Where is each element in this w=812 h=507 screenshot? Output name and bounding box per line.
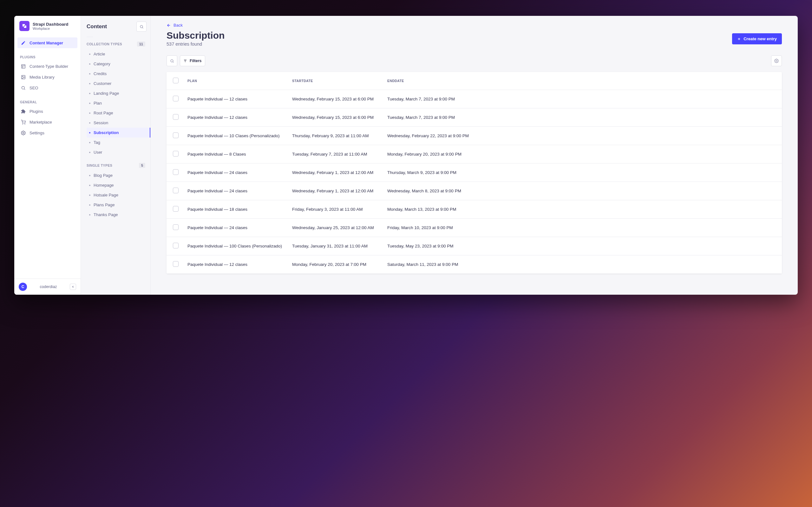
nav-label: SEO [30,86,38,90]
table-row[interactable]: Paquete Individual — 8 ClasesTuesday, Fe… [166,145,782,164]
table-settings-button[interactable] [771,55,782,66]
row-checkbox[interactable] [173,206,179,212]
create-entry-button[interactable]: Create new entry [732,33,782,44]
main-sidebar: Strapi Dashboard Workplace Content Manag… [14,16,81,295]
type-item-label: Blog Page [94,173,113,178]
collection-type-item[interactable]: Plan [87,98,147,108]
type-item-label: Category [94,61,110,66]
table-row[interactable]: Paquete Individual — 18 clasesFriday, Fe… [166,200,782,219]
svg-point-5 [22,76,23,77]
row-checkbox[interactable] [173,224,179,230]
type-item-label: User [94,150,102,155]
column-enddate[interactable]: ENDDATE [383,72,782,90]
collection-types-list: ArticleCategoryCreditsCustomerLanding Pa… [87,49,147,157]
row-checkbox[interactable] [173,261,179,267]
cell-startdate: Tuesday, February 7, 2023 at 11:00 AM [288,145,383,164]
bullet-icon [89,54,90,55]
collection-type-item[interactable]: User [87,147,147,157]
collection-type-item[interactable]: Credits [87,69,147,78]
nav-marketplace[interactable]: Marketplace [17,117,78,127]
avatar[interactable]: C [19,283,27,291]
table-row[interactable]: Paquete Individual — 24 clasesWednesday,… [166,164,782,182]
row-checkbox[interactable] [173,243,179,248]
collapse-sidebar-button[interactable] [70,284,76,290]
nav-content-type-builder[interactable]: Content-Type Builder [17,61,78,72]
bullet-icon [89,103,90,104]
entries-count: 537 entries found [166,42,224,47]
row-checkbox[interactable] [173,187,179,193]
gear-icon [20,130,26,135]
single-type-item[interactable]: Blog Page [87,170,147,180]
single-type-item[interactable]: Plans Page [87,200,147,210]
single-type-item[interactable]: Thanks Page [87,210,147,220]
cell-startdate: Wednesday, January 25, 2023 at 12:00 AM [288,219,383,237]
collection-type-item[interactable]: Category [87,59,147,69]
collection-type-item[interactable]: Customer [87,78,147,89]
nav-seo[interactable]: SEO [17,82,78,93]
row-checkbox[interactable] [173,96,179,101]
cell-plan: Paquete Individual — 24 clases [183,164,288,182]
nav-label: Media Library [30,75,55,79]
table-row[interactable]: Paquete Individual — 10 Clases (Personal… [166,127,782,145]
type-item-label: Tag [94,140,100,145]
type-item-label: Customer [94,81,111,86]
cell-plan: Paquete Individual — 12 clases [183,108,288,127]
column-plan[interactable]: PLAN [183,72,288,90]
cell-plan: Paquete Individual — 24 clases [183,219,288,237]
single-types-label: SINGLE TYPES [87,164,112,167]
nav-label: Content-Type Builder [30,64,68,69]
bullet-icon [89,152,90,153]
cell-startdate: Thursday, February 9, 2023 at 11:00 AM [288,127,383,145]
bullet-icon [89,194,90,196]
bullet-icon [89,83,90,84]
back-label: Back [173,23,183,27]
bullet-icon [89,122,90,124]
content-panel-title: Content [87,23,107,30]
table-row[interactable]: Paquete Individual — 24 clasesWednesday,… [166,219,782,237]
filters-button[interactable]: Filters [180,55,205,66]
collection-types-count: 11 [137,42,145,47]
collection-type-item[interactable]: Subscription [87,128,150,137]
single-type-item[interactable]: Homepage [87,180,147,190]
collection-type-item[interactable]: Landing Page [87,89,147,98]
nav-content-manager[interactable]: Content Manager [17,38,78,48]
table-row[interactable]: Paquete Individual — 100 Clases (Persona… [166,237,782,256]
collection-type-item[interactable]: Tag [87,137,147,147]
nav-media-library[interactable]: Media Library [17,72,78,82]
cell-enddate: Saturday, March 11, 2023 at 9:00 PM [383,256,782,274]
collection-type-item[interactable]: Session [87,118,147,128]
cell-enddate: Thursday, March 9, 2023 at 9:00 PM [383,164,782,182]
type-item-label: Plans Page [94,203,115,207]
table-row[interactable]: Paquete Individual — 24 clasesWednesday,… [166,182,782,200]
column-startdate[interactable]: STARTDATE [288,72,383,90]
svg-point-16 [171,60,173,62]
cart-icon [20,119,26,124]
nav-settings[interactable]: Settings [17,127,78,138]
brand-title: Strapi Dashboard [33,22,68,26]
cell-startdate: Friday, February 3, 2023 at 11:00 AM [288,200,383,219]
table-search-button[interactable] [166,55,177,66]
divider [87,37,93,37]
table-row[interactable]: Paquete Individual — 12 clasesWednesday,… [166,108,782,127]
content-search-button[interactable] [136,21,147,32]
row-checkbox[interactable] [173,132,179,138]
nav-plugins[interactable]: Plugins [17,106,78,117]
back-link[interactable]: Back [166,23,782,27]
collection-type-item[interactable]: Root Page [87,108,147,118]
table-row[interactable]: Paquete Individual — 12 clasesWednesday,… [166,90,782,108]
bullet-icon [89,63,90,65]
row-checkbox[interactable] [173,169,179,175]
table-row[interactable]: Paquete Individual — 12 clasesMonday, Fe… [166,256,782,274]
cell-enddate: Friday, March 10, 2023 at 9:00 PM [383,219,782,237]
row-checkbox[interactable] [173,114,179,120]
cell-plan: Paquete Individual — 100 Clases (Persona… [183,237,288,256]
single-type-item[interactable]: Hotsale Page [87,190,147,200]
cell-startdate: Wednesday, February 15, 2023 at 6:00 PM [288,108,383,127]
collection-type-item[interactable]: Article [87,49,147,59]
image-icon [20,74,26,79]
nav-label: Content Manager [30,41,63,45]
select-all-checkbox[interactable] [173,78,179,83]
plus-icon [737,37,741,41]
row-checkbox[interactable] [173,151,179,157]
cell-startdate: Monday, February 20, 2023 at 7:00 PM [288,256,383,274]
